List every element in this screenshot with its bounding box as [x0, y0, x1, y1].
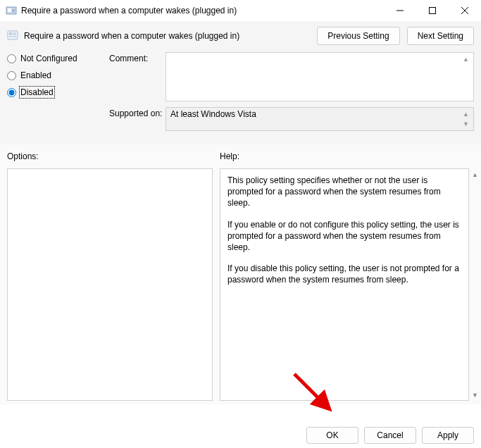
scroll-up-icon: ▲ [460, 54, 472, 64]
help-body: This policy setting specifies whether or… [220, 168, 469, 401]
comment-label: Comment: [109, 52, 165, 63]
scroll-down-icon: ▼ [460, 119, 472, 129]
comment-textarea[interactable]: ▲ [165, 52, 474, 101]
radio-not-configured[interactable]: Not Configured [7, 54, 95, 63]
state-radio-group: Not Configured Enabled Disabled [7, 52, 95, 137]
gpo-icon [7, 30, 18, 43]
help-scrollbar[interactable]: ▲ ▼ [469, 168, 481, 401]
ok-button[interactable]: OK [306, 427, 358, 444]
radio-not-configured-input[interactable] [7, 54, 16, 63]
supported-on-value: At least Windows Vista [170, 109, 256, 119]
scroll-down-icon[interactable]: ▼ [469, 389, 481, 401]
options-body [7, 168, 213, 401]
radio-enabled[interactable]: Enabled [7, 70, 95, 80]
policy-name-label: Require a password when a computer wakes… [24, 31, 239, 41]
svg-rect-4 [9, 32, 12, 35]
window-controls [384, 0, 481, 21]
radio-disabled[interactable]: Disabled [7, 87, 95, 97]
supported-on-field: At least Windows Vista ▲ ▼ [165, 107, 474, 131]
scroll-up-icon[interactable]: ▲ [469, 168, 481, 180]
content-panes: Options: Help: This policy setting speci… [0, 144, 481, 404]
dialog-buttons: OK Cancel Apply [306, 427, 474, 444]
radio-enabled-input[interactable] [7, 71, 16, 80]
previous-setting-button[interactable]: Previous Setting [317, 27, 399, 45]
scroll-up-icon: ▲ [460, 109, 472, 119]
svg-rect-1 [8, 8, 11, 12]
help-text-2: If you enable or do not configure this p… [227, 219, 461, 254]
minimize-button[interactable] [384, 0, 416, 21]
help-text-1: This policy setting specifies whether or… [227, 175, 461, 209]
svg-rect-2 [430, 8, 436, 14]
cancel-button[interactable]: Cancel [364, 427, 416, 444]
close-button[interactable] [449, 0, 481, 21]
radio-disabled-input[interactable] [7, 88, 16, 97]
help-label: Help: [220, 151, 481, 161]
help-text-3: If you disable this policy setting, the … [227, 263, 461, 285]
apply-button[interactable]: Apply [422, 427, 474, 444]
next-setting-button[interactable]: Next Setting [407, 27, 474, 45]
options-label: Options: [7, 151, 213, 161]
supported-on-label: Supported on: [109, 107, 165, 118]
titlebar: Require a password when a computer wakes… [0, 0, 481, 21]
maximize-button[interactable] [416, 0, 449, 21]
settings-top-panel: Require a password when a computer wakes… [0, 21, 481, 144]
policy-icon [6, 5, 17, 16]
window-title: Require a password when a computer wakes… [21, 6, 384, 15]
